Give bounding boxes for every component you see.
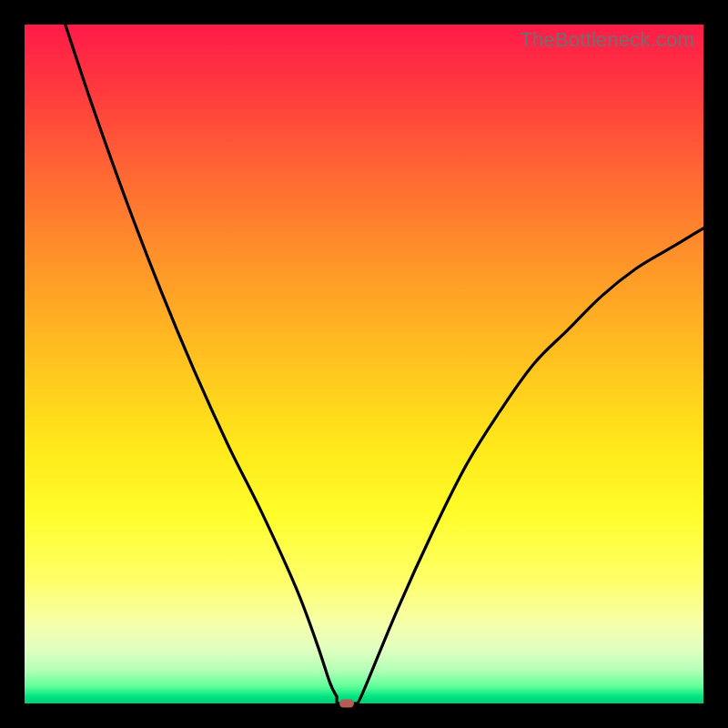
plot-area: TheBottleneck.com — [25, 25, 703, 703]
optimal-point-marker — [339, 700, 354, 708]
chart-frame: TheBottleneck.com — [0, 0, 728, 728]
bottleneck-curve — [25, 25, 703, 703]
